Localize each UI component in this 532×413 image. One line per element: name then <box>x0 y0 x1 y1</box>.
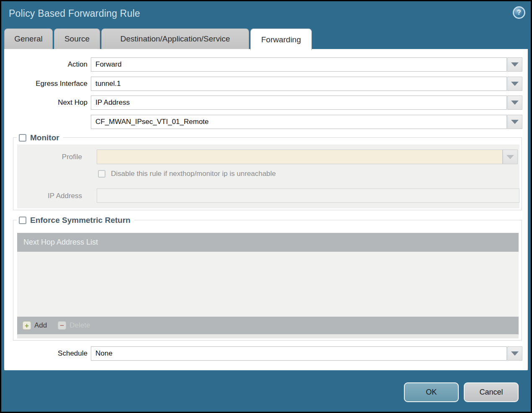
enforce-symmetric-return-checkbox[interactable] <box>19 217 26 224</box>
ok-button[interactable]: OK <box>404 382 459 402</box>
profile-label: Profile <box>17 150 82 164</box>
next-hop-address-list-header: Next Hop Address List <box>17 233 519 252</box>
dialog-title: Policy Based Forwarding Rule <box>9 8 140 19</box>
help-icon[interactable]: ? <box>513 6 525 19</box>
egress-interface-input[interactable] <box>91 77 507 91</box>
schedule-label: Schedule <box>4 346 87 361</box>
tab-forwarding[interactable]: Forwarding <box>250 28 312 50</box>
action-dropdown-button[interactable] <box>507 57 522 72</box>
egress-interface-dropdown-button[interactable] <box>507 77 522 91</box>
next-hop-dropdown-button[interactable] <box>507 96 522 110</box>
tab-bar: General Source Destination/Application/S… <box>4 28 313 50</box>
next-hop-address-list-body[interactable] <box>17 252 519 317</box>
action-label: Action <box>4 57 87 72</box>
monitor-legend: Monitor <box>17 132 63 143</box>
minus-icon: − <box>58 321 66 330</box>
egress-interface-label: Egress Interface <box>4 77 87 91</box>
add-button[interactable]: + Add <box>23 321 47 330</box>
monitor-checkbox[interactable] <box>19 134 26 142</box>
delete-button-label: Delete <box>69 321 90 330</box>
chevron-down-icon <box>511 120 519 124</box>
enforce-symmetric-return-group: Enforce Symmetric Return Next Hop Addres… <box>13 220 522 341</box>
pbf-rule-dialog: Policy Based Forwarding Rule ? General S… <box>1 1 531 412</box>
tab-destination-application-service[interactable]: Destination/Application/Service <box>101 28 249 49</box>
enforce-symmetric-return-legend-label: Enforce Symmetric Return <box>30 216 131 225</box>
enforce-symmetric-return-legend: Enforce Symmetric Return <box>17 215 134 226</box>
next-hop-address-dropdown-button[interactable] <box>507 115 522 129</box>
tab-source[interactable]: Source <box>54 28 100 49</box>
disable-rule-checkbox <box>98 170 105 178</box>
dialog-titlebar: Policy Based Forwarding Rule ? <box>1 1 531 28</box>
delete-button: − Delete <box>58 321 90 330</box>
monitor-ip-address-label: IP Address <box>17 188 82 203</box>
monitor-panel: Profile Disable this rule if nexthop/mon… <box>17 145 519 208</box>
chevron-down-icon <box>511 62 519 67</box>
next-hop-address-table: Next Hop Address List + Add − Delete <box>17 233 519 338</box>
screenshot-root: Policy Based Forwarding Rule ? General S… <box>0 0 532 413</box>
chevron-down-icon <box>511 101 519 105</box>
tab-general[interactable]: General <box>4 28 53 49</box>
chevron-down-icon <box>506 155 514 159</box>
profile-input <box>97 150 503 164</box>
table-resize-strip <box>17 334 519 338</box>
next-hop-label: Next Hop <box>4 96 87 110</box>
schedule-dropdown-button[interactable] <box>507 346 522 361</box>
disable-rule-checkbox-label: Disable this rule if nexthop/monitor ip … <box>111 170 276 178</box>
monitor-legend-label: Monitor <box>30 133 59 142</box>
schedule-input[interactable] <box>91 346 507 361</box>
add-button-label: Add <box>34 321 47 330</box>
monitor-ip-address-input <box>97 188 519 203</box>
action-input[interactable] <box>91 57 507 72</box>
next-hop-type-input[interactable] <box>91 96 507 110</box>
plus-icon: + <box>23 321 31 330</box>
tab-content-forwarding: Action Egress Interface Next Hop <box>4 49 528 370</box>
profile-dropdown-button <box>503 150 518 164</box>
monitor-group: Monitor Profile Disable this rule if nex… <box>13 137 522 210</box>
chevron-down-icon <box>511 351 519 356</box>
next-hop-table-toolbar: + Add − Delete <box>17 317 519 334</box>
cancel-button[interactable]: Cancel <box>464 382 519 402</box>
chevron-down-icon <box>511 82 519 86</box>
next-hop-address-input[interactable] <box>91 115 507 129</box>
